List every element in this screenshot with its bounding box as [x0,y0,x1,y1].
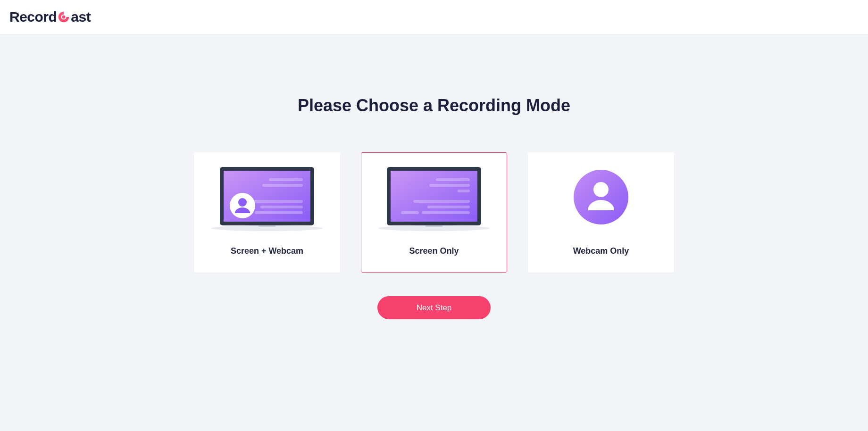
svg-rect-9 [255,211,303,214]
main-content: Please Choose a Recording Mode [0,34,868,319]
option-label: Webcam Only [573,246,629,256]
svg-rect-12 [259,225,275,227]
svg-point-25 [593,182,609,197]
option-webcam-only[interactable]: Webcam Only [528,152,674,273]
screen-only-icon [361,153,507,233]
svg-rect-21 [401,211,419,214]
page-title: Please Choose a Recording Mode [298,96,570,116]
screen-webcam-icon [194,153,340,233]
logo-text-2: ast [71,9,91,25]
mode-options: Screen + Webcam [194,152,674,273]
svg-rect-7 [260,206,303,208]
svg-rect-22 [422,211,470,214]
svg-rect-23 [426,225,442,227]
svg-point-0 [62,16,66,19]
next-step-button[interactable]: Next Step [377,296,491,319]
svg-rect-18 [458,190,470,192]
logo-c-icon [57,10,70,24]
svg-rect-4 [269,178,303,181]
logo-text-1: Record [9,9,57,25]
svg-rect-5 [262,184,303,187]
svg-rect-17 [429,184,470,187]
webcam-only-icon [528,153,674,233]
app-header: Record ast [0,0,868,34]
svg-point-11 [238,198,247,207]
svg-rect-20 [427,206,470,208]
svg-rect-16 [436,178,470,181]
logo[interactable]: Record ast [9,9,91,25]
svg-rect-19 [413,200,470,203]
option-label: Screen + Webcam [231,246,303,256]
option-screen-only[interactable]: Screen Only [361,152,507,273]
option-screen-webcam[interactable]: Screen + Webcam [194,152,340,273]
option-label: Screen Only [409,246,459,256]
